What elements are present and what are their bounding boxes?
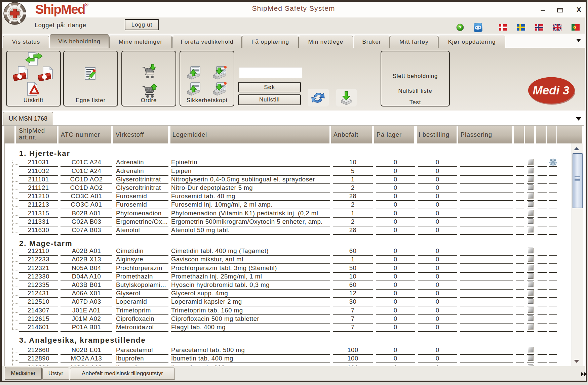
svg-text:Medi 3: Medi 3 [533, 84, 570, 97]
svg-text:?: ? [459, 25, 462, 30]
